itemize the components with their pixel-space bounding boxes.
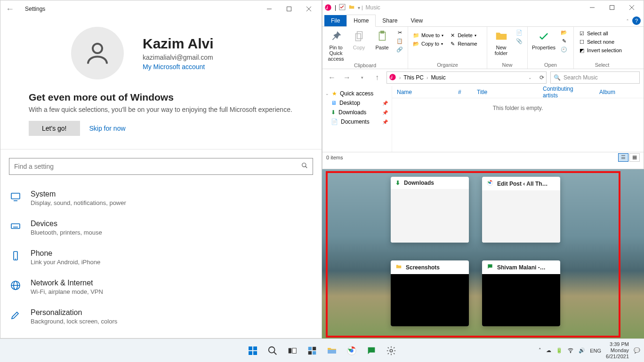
category-personalization[interactable]: PersonalizationBackground, lock screen, …	[9, 302, 313, 331]
group-label-new: New	[490, 61, 524, 68]
column-headers[interactable]: Name # Title Contributing artists Album	[392, 86, 644, 98]
chrome-button[interactable]	[345, 344, 358, 357]
snap-card-edit-post[interactable]: Edit Post ‹ All Th…	[482, 177, 560, 243]
nav-recent-button[interactable]: ▾	[356, 72, 368, 83]
nav-forward-button[interactable]: →	[341, 72, 353, 83]
wifi-icon[interactable]	[567, 347, 574, 354]
chat-button[interactable]	[365, 344, 378, 357]
nav-back-button[interactable]: ←	[326, 72, 338, 83]
col-title[interactable]: Title	[472, 89, 538, 95]
clock[interactable]: 3:39 PM Monday 6/21/2021	[606, 341, 629, 360]
refresh-icon[interactable]: ⟳	[539, 74, 544, 81]
breadcrumb-music[interactable]: Music	[431, 74, 445, 81]
breadcrumb-this-pc[interactable]: This PC	[403, 74, 424, 81]
select-none-button[interactable]: ☐Select none	[577, 38, 624, 46]
history-button[interactable]: 🕘	[559, 46, 569, 53]
select-all-button[interactable]: ☑Select all	[577, 30, 624, 37]
chevron-up-icon[interactable]: ˆ	[627, 19, 628, 24]
battery-icon[interactable]: 🔋	[556, 347, 563, 354]
start-button[interactable]	[246, 344, 259, 357]
microsoft-account-link[interactable]: My Microsoft account	[143, 63, 214, 71]
category-network[interactable]: Network & InternetWi-Fi, airplane mode, …	[9, 272, 313, 302]
explorer-close-button[interactable]	[622, 1, 642, 14]
avatar[interactable]	[71, 27, 124, 79]
nav-downloads[interactable]: ⬇Downloads📌	[324, 108, 390, 117]
lets-go-button[interactable]: Let's go!	[29, 121, 80, 136]
tab-home[interactable]: Home	[346, 15, 376, 27]
navigation-pane[interactable]: ⌄ ★ Quick access 🖥Desktop📌 ⬇Downloads📌 📄…	[322, 86, 392, 152]
easy-access-button[interactable]: 📎	[514, 37, 524, 45]
category-devices[interactable]: DevicesBluetooth, printers, mouse	[9, 213, 313, 243]
help-button[interactable]: ?	[632, 16, 641, 25]
nav-desktop[interactable]: 🖥Desktop📌	[324, 98, 390, 108]
rename-button[interactable]: ✎Rename	[447, 40, 479, 47]
maximize-button[interactable]	[279, 2, 299, 16]
skip-link[interactable]: Skip for now	[89, 125, 126, 132]
copy-to-button[interactable]: 📂Copy to▾	[411, 40, 445, 47]
category-desc: Display, sound, notifications, power	[31, 199, 126, 206]
col-name[interactable]: Name	[392, 89, 453, 95]
explorer-search[interactable]: 🔍 Search Music	[550, 71, 640, 84]
nav-quick-access[interactable]: ⌄ ★ Quick access	[324, 89, 390, 98]
settings-search-input[interactable]	[14, 163, 301, 170]
widgets-button[interactable]	[306, 344, 319, 357]
pin-to-quick-access-button[interactable]: Pin to Quick access	[325, 29, 346, 62]
cut-button[interactable]: ✂	[394, 29, 405, 36]
tab-file[interactable]: File	[324, 15, 346, 26]
tab-view[interactable]: View	[404, 15, 429, 26]
delete-button[interactable]: ✕Delete▾	[447, 31, 479, 39]
qat-checkbox-icon[interactable]	[339, 4, 346, 12]
explorer-maximize-button[interactable]	[602, 1, 622, 14]
col-num[interactable]: #	[453, 89, 472, 95]
svg-rect-43	[308, 346, 312, 350]
copy-button[interactable]: Copy	[348, 29, 370, 50]
nav-up-button[interactable]: ↑	[371, 72, 383, 83]
snap-card-downloads[interactable]: ⬇Downloads	[391, 177, 469, 243]
folder-icon	[395, 263, 402, 271]
move-to-button[interactable]: 📁Move to▾	[411, 31, 445, 39]
snap-card-screenshots[interactable]: Screenshots	[391, 260, 469, 326]
tab-share[interactable]: Share	[376, 15, 404, 26]
new-item-button[interactable]: 📄	[514, 29, 524, 36]
edit-button[interactable]: ✎	[559, 37, 569, 45]
explorer-minimize-button[interactable]	[582, 1, 602, 14]
onedrive-icon[interactable]: ☁	[546, 347, 551, 354]
tray-chevron-up-icon[interactable]: ˄	[539, 347, 541, 354]
language-indicator[interactable]: ENG	[590, 348, 601, 354]
properties-button[interactable]: Properties	[531, 29, 557, 50]
view-details-button[interactable]: ☰	[618, 153, 628, 162]
invert-selection-button[interactable]: ◩Invert selection	[577, 47, 624, 54]
copy-path-button[interactable]: 📋	[394, 37, 405, 45]
task-view-button[interactable]	[286, 344, 299, 357]
new-folder-button[interactable]: New folder	[490, 29, 512, 56]
chevron-down-icon[interactable]: ⌄	[528, 75, 532, 80]
minimize-button[interactable]	[259, 2, 279, 16]
phone-icon	[9, 249, 22, 262]
taskbar[interactable]: ˄ ☁ 🔋 🔊 ENG 3:39 PM Monday 6/21/2021 💬	[0, 338, 644, 362]
file-explorer-button[interactable]	[325, 344, 338, 357]
category-phone[interactable]: PhoneLink your Android, iPhone	[9, 243, 313, 272]
address-bar[interactable]: › This PC › Music ⌄ ⟳	[386, 71, 547, 84]
back-button[interactable]: ←	[3, 2, 16, 16]
close-button[interactable]	[299, 2, 319, 16]
view-icons-button[interactable]: ▦	[629, 153, 640, 162]
category-system[interactable]: SystemDisplay, sound, notifications, pow…	[9, 183, 313, 213]
notifications-icon[interactable]: 💬	[634, 347, 640, 354]
search-button[interactable]	[266, 344, 279, 357]
nav-documents[interactable]: 📄Documents📌	[324, 117, 390, 126]
settings-search[interactable]	[9, 158, 313, 175]
delete-icon: ✕	[449, 32, 456, 39]
file-list[interactable]: Name # Title Contributing artists Album …	[392, 86, 644, 152]
col-album[interactable]: Album	[595, 89, 620, 95]
volume-icon[interactable]: 🔊	[579, 347, 585, 354]
col-artists[interactable]: Contributing artists	[538, 86, 595, 99]
monitor-icon	[9, 190, 22, 203]
ribbon-tabs: File Home Share View ˆ ?	[322, 15, 644, 27]
settings-button[interactable]	[385, 344, 398, 357]
settings-title: Settings	[25, 6, 45, 12]
paste-shortcut-button[interactable]: 🔗	[394, 46, 405, 53]
qat-folder-icon[interactable]	[348, 4, 355, 12]
paste-button[interactable]: Paste	[371, 29, 393, 50]
open-button[interactable]: 📂	[559, 29, 569, 36]
snap-card-chat[interactable]: Shivam Malani -…	[482, 260, 560, 326]
